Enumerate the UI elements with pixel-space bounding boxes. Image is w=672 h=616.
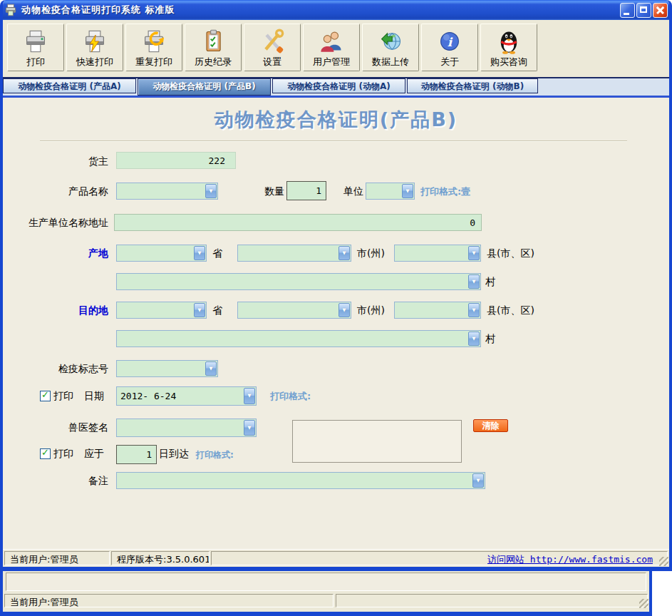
clear-signature-button[interactable]: 清除 — [473, 419, 508, 432]
background-resize-grip[interactable] — [639, 599, 648, 608]
tab-product-a[interactable]: 动物检疫合格证明 (产品A) — [3, 78, 136, 93]
date-print-format-text: 打印格式: — [270, 390, 311, 403]
destination-province-suffix: 省 — [212, 304, 222, 317]
background-empty-panel — [336, 594, 648, 607]
chevron-down-icon — [194, 246, 205, 260]
destination-county-suffix: 县(市、区) — [487, 304, 534, 317]
date-select[interactable]: 2012- 6-24 — [116, 386, 257, 406]
app-window: 动物检疫合格证明打印系统 标准版 打印 — [0, 0, 672, 571]
tab-animal-a[interactable]: 动物检疫合格证明 (动物A) — [272, 78, 405, 93]
quantity-field[interactable]: 1 — [286, 181, 326, 200]
destination-county-select[interactable] — [394, 302, 481, 319]
background-window: 当前用户:管理员 — [0, 571, 652, 616]
statusbar: 当前用户:管理员 程序版本号:3.5.0.6010 访问网站 http://ww… — [3, 549, 669, 567]
chevron-down-icon — [338, 303, 350, 317]
history-button-label: 历史纪录 — [195, 56, 232, 68]
settings-button[interactable]: 设置 — [244, 24, 301, 71]
arrive-print-format-text: 打印格式: — [196, 449, 234, 461]
form-title: 动物检疫合格证明(产品B) — [3, 98, 669, 133]
origin-city-value — [238, 245, 338, 261]
origin-city-select[interactable] — [237, 245, 351, 262]
unit-select[interactable] — [366, 183, 415, 200]
origin-county-select[interactable] — [394, 245, 481, 262]
screen: 当前用户:管理员 动物检疫合格证明打印系统 标准版 — [0, 0, 672, 616]
chevron-down-icon — [244, 420, 255, 436]
origin-village-select[interactable] — [116, 273, 481, 290]
print-button[interactable]: 打印 — [7, 24, 64, 71]
owner-label: 货主 — [3, 155, 108, 168]
destination-city-suffix: 市(州) — [357, 304, 385, 317]
current-user-panel: 当前用户:管理员 — [4, 551, 110, 565]
tab-product-b[interactable]: 动物检疫合格证明 (产品B) — [138, 78, 271, 96]
close-button[interactable] — [653, 3, 668, 18]
tabstrip: 动物检疫合格证明 (产品A) 动物检疫合格证明 (产品B) 动物检疫合格证明 (… — [3, 77, 669, 96]
destination-city-select[interactable] — [237, 302, 351, 319]
purchase-consult-button[interactable]: 购买咨询 — [480, 24, 537, 71]
unit-print-format-text: 打印格式:壹 — [420, 185, 470, 198]
data-upload-button[interactable]: 数据上传 — [362, 24, 419, 71]
origin-province-suffix: 省 — [212, 247, 222, 260]
user-management-button[interactable]: 用户管理 — [303, 24, 360, 71]
website-panel: 访问网站 http://www.fastmis.com — [211, 551, 668, 565]
upload-globe-icon — [378, 29, 403, 54]
remark-value — [117, 473, 472, 488]
owner-field[interactable]: 222 — [116, 152, 236, 169]
destination-county-value — [395, 302, 467, 318]
website-link[interactable]: 访问网站 http://www.fastmis.com — [487, 554, 653, 565]
print-arrive-checkbox[interactable] — [40, 448, 51, 459]
tab-animal-b-label: 动物检疫合格证明 (动物B) — [421, 81, 524, 91]
user-management-button-label: 用户管理 — [313, 56, 350, 68]
quarantine-mark-value — [117, 361, 205, 376]
background-window-statusbar: 当前用户:管理员 — [3, 592, 649, 609]
print-button-label: 打印 — [26, 56, 45, 68]
arrive-label: 应于 — [84, 448, 104, 461]
destination-province-value — [117, 302, 193, 318]
date-value: 2012- 6-24 — [117, 387, 243, 405]
origin-province-select[interactable] — [116, 245, 207, 262]
reprint-button[interactable]: 重复打印 — [125, 24, 182, 71]
app-printer-icon — [4, 4, 17, 16]
users-icon — [319, 29, 344, 54]
certificate-form: 动物检疫合格证明(产品B) 货主 222 产品名称 数量 1 单位 打印格式:壹… — [3, 96, 669, 550]
chevron-down-icon — [244, 388, 255, 404]
reprint-icon — [141, 29, 167, 54]
quick-print-button[interactable]: 快速打印 — [66, 24, 123, 71]
settings-button-label: 设置 — [263, 56, 281, 68]
tab-animal-b[interactable]: 动物检疫合格证明 (动物B) — [407, 78, 538, 93]
print-arrive-checkbox-label: 打印 — [53, 448, 73, 461]
chevron-down-icon — [468, 246, 480, 260]
print-date-checkbox-label: 打印 — [53, 390, 73, 403]
unit-label: 单位 — [343, 185, 363, 198]
print-date-checkbox[interactable] — [40, 391, 51, 401]
info-icon: i — [437, 29, 462, 54]
maximize-button[interactable] — [636, 3, 651, 18]
date-label: 日期 — [84, 390, 104, 403]
chevron-down-icon — [468, 274, 480, 289]
resize-grip[interactable] — [659, 557, 668, 566]
product-name-select[interactable] — [116, 183, 218, 200]
quarantine-mark-select[interactable] — [116, 360, 218, 377]
history-clipboard-icon — [200, 29, 226, 54]
about-button-label: 关于 — [440, 56, 459, 68]
minimize-button[interactable] — [620, 3, 635, 18]
history-button[interactable]: 历史纪录 — [185, 24, 242, 71]
chevron-down-icon — [205, 361, 217, 376]
destination-village-select[interactable] — [116, 330, 481, 347]
about-button[interactable]: i 关于 — [421, 24, 478, 71]
tab-product-b-label: 动物检疫合格证明 (产品B) — [153, 81, 255, 91]
reprint-button-label: 重复打印 — [135, 56, 172, 68]
vet-signature-select[interactable] — [116, 419, 257, 437]
tools-icon — [259, 29, 285, 54]
producer-field[interactable]: 0 — [114, 214, 482, 231]
origin-province-value — [117, 245, 193, 261]
arrive-suffix-label: 日到达 — [159, 448, 189, 461]
printer-icon — [23, 29, 48, 54]
origin-city-suffix: 市(州) — [357, 247, 385, 260]
quarantine-mark-label: 检疫标志号 — [3, 363, 108, 376]
quantity-label: 数量 — [264, 185, 284, 198]
destination-village-value — [117, 331, 467, 346]
remark-select[interactable] — [116, 472, 485, 489]
destination-province-select[interactable] — [116, 302, 207, 319]
origin-county-suffix: 县(市、区) — [487, 247, 534, 260]
arrive-days-field[interactable]: 1 — [116, 445, 157, 464]
